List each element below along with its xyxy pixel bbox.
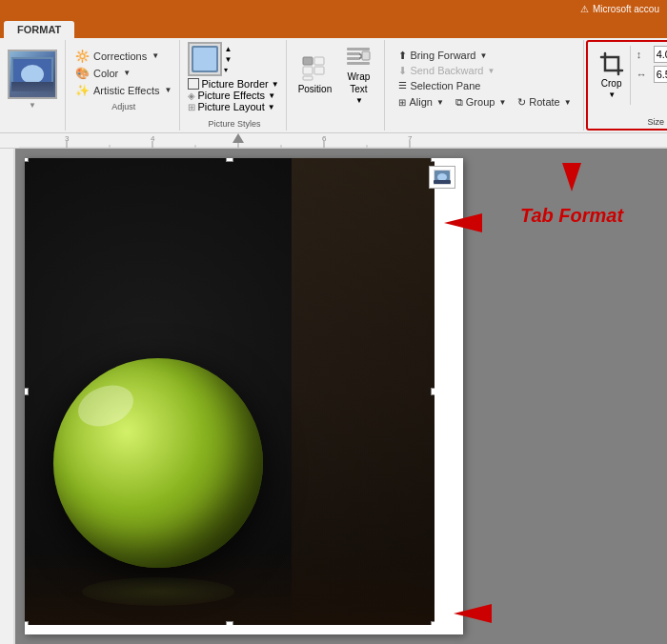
send-backward-row: ⬇ Send Backward ▼ (394, 64, 575, 78)
ball-scene (25, 158, 435, 625)
bottom-arrow-svg (444, 594, 501, 633)
handle-tm[interactable] (226, 158, 233, 162)
svg-rect-6 (303, 57, 313, 65)
style-down[interactable]: ▼ (224, 55, 232, 64)
handle-bl[interactable] (25, 621, 29, 625)
pos-wrap-group: Position Wrap Text ▼ (289, 40, 385, 131)
rotate-icon: ↻ (517, 96, 526, 109)
tab-format[interactable]: FORMAT (4, 21, 74, 38)
picture-large-group: ▼ (4, 40, 66, 131)
size-label: Size (588, 117, 667, 127)
size-inputs: ↕ ▲ ▼ ↔ ▲ ▼ ⤢ (635, 46, 667, 97)
handle-tl[interactable] (25, 158, 29, 162)
size-expand: ⤢ (637, 88, 667, 97)
crop-btn[interactable]: Crop ▼ (594, 46, 631, 105)
svg-rect-38 (434, 180, 451, 184)
picture-thumbnail (8, 50, 57, 99)
v-ruler-svg (0, 149, 15, 644)
crop-icon (599, 51, 624, 76)
top-bar: ⚠ Microsoft accou (0, 0, 667, 17)
height-input[interactable] (654, 46, 667, 63)
document-image[interactable] (25, 158, 435, 625)
adjust-label: Adjust (73, 102, 173, 111)
svg-marker-39 (444, 213, 482, 232)
width-row: ↔ ▲ ▼ (637, 66, 667, 83)
send-backward-icon: ⬇ (398, 65, 407, 77)
bring-forward-row: ⬆ Bring Forward ▼ (394, 49, 575, 63)
artistic-effects-btn[interactable]: ✨ Artistic Effects ▼ (73, 83, 173, 98)
svg-text:7: 7 (408, 134, 413, 143)
ball-shadow (82, 577, 234, 606)
align-btn[interactable]: ⊞ Align ▼ (394, 95, 447, 110)
selection-pane-row: ☰ Selection Pane (394, 79, 575, 92)
group-btn[interactable]: ⧉ Group ▼ (452, 95, 511, 110)
svg-rect-13 (362, 51, 370, 60)
left-arrow-svg (435, 204, 492, 242)
adjust-group: 🔆 Corrections ▼ 🎨 Color ▼ ✨ Artistic Eff… (68, 40, 180, 131)
svg-rect-9 (314, 67, 324, 74)
corrections-btn[interactable]: 🔆 Corrections ▼ (73, 49, 173, 64)
wrap-text-btn[interactable]: Wrap Text ▼ (338, 44, 378, 105)
ribbon: ▼ 🔆 Corrections ▼ 🎨 Color ▼ ✨ Artistic E… (0, 38, 667, 133)
vertical-ruler (0, 149, 15, 644)
arrange-bottom-row: ⊞ Align ▼ ⧉ Group ▼ ↻ Rotate ▼ (394, 95, 575, 110)
picture-styles-label: Picture Styles (182, 119, 286, 129)
svg-rect-5 (193, 48, 216, 70)
align-icon: ⊞ (398, 97, 406, 108)
down-arrow-svg (553, 158, 591, 196)
handle-tr[interactable] (431, 158, 435, 162)
bring-forward-icon: ⬆ (398, 50, 407, 62)
style-nav: ▲ ▼ ▾ (224, 45, 232, 74)
image-overlay-icon[interactable] (429, 166, 455, 189)
picture-styles-group: ▲ ▼ ▾ Picture Border ▼ ◈ Picture Effects… (182, 40, 287, 131)
svg-rect-12 (347, 52, 360, 55)
width-input[interactable] (654, 66, 667, 83)
handle-bm[interactable] (226, 621, 233, 625)
svg-rect-16 (19, 133, 667, 149)
bottom-annotation-arrow (444, 594, 501, 634)
handle-br[interactable] (431, 621, 435, 625)
svg-rect-14 (347, 57, 360, 60)
svg-text:3: 3 (65, 134, 70, 143)
border-icon (188, 78, 199, 90)
style-up[interactable]: ▲ (224, 45, 232, 53)
svg-text:4: 4 (151, 134, 155, 143)
left-annotation-arrow (435, 204, 492, 244)
color-btn[interactable]: 🎨 Color ▼ (73, 66, 173, 81)
svg-rect-7 (314, 57, 324, 65)
right-annotations: Tab Format (520, 149, 623, 227)
bring-forward-btn[interactable]: ⬆ Bring Forward ▼ (394, 49, 491, 63)
svg-marker-40 (562, 163, 581, 191)
handle-ml[interactable] (25, 388, 29, 395)
artistic-arrow: ▼ (164, 86, 172, 94)
layout-icon: ⊞ (188, 102, 195, 112)
send-backward-btn[interactable]: ⬇ Send Backward ▼ (394, 64, 498, 78)
warning-icon: ⚠ (580, 4, 589, 14)
tab-format-label: Tab Format (520, 205, 623, 227)
size-group: Crop ▼ ↕ ▲ ▼ ↔ ▲ ▼ (586, 40, 667, 131)
svg-rect-8 (303, 67, 313, 74)
picture-border-btn[interactable]: Picture Border ▼ (188, 78, 280, 90)
svg-rect-10 (303, 76, 313, 80)
height-icon: ↕ (637, 49, 652, 60)
selection-pane-icon: ☰ (398, 80, 407, 91)
position-btn[interactable]: Position (294, 44, 334, 105)
down-arrow-annotation (553, 158, 591, 201)
svg-rect-15 (347, 62, 370, 65)
style-more[interactable]: ▾ (224, 66, 232, 74)
doc-area: Tab Format (0, 149, 667, 644)
svg-point-37 (437, 173, 447, 181)
size-inner: Crop ▼ ↕ ▲ ▼ ↔ ▲ ▼ (594, 46, 667, 105)
document-page (25, 158, 463, 634)
rotate-btn[interactable]: ↻ Rotate ▼ (514, 95, 575, 110)
account-title: Microsoft accou (593, 4, 659, 14)
picture-layout-btn[interactable]: ⊞ Picture Layout ▼ (188, 101, 280, 112)
style-thumb-1[interactable] (188, 42, 222, 76)
svg-text:6: 6 (322, 134, 327, 143)
svg-rect-33 (0, 149, 15, 644)
selection-pane-btn[interactable]: ☰ Selection Pane (394, 79, 484, 92)
horizontal-ruler: 3 4 5 6 7 (0, 133, 667, 149)
picture-effects-btn[interactable]: ◈ Picture Effects ▼ (188, 90, 280, 101)
handle-mr[interactable] (431, 388, 435, 395)
height-row: ↕ ▲ ▼ (637, 46, 667, 63)
